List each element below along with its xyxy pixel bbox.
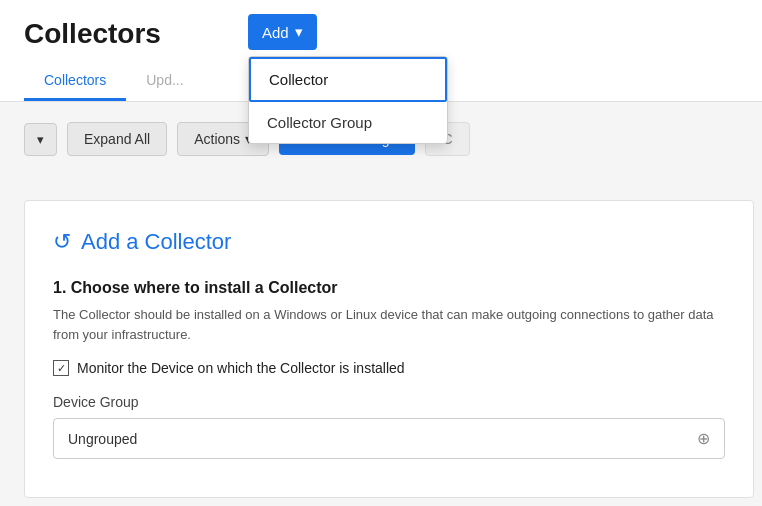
- collapse-button[interactable]: ▾: [24, 123, 57, 156]
- expand-all-button[interactable]: Expand All: [67, 122, 167, 156]
- add-button-chevron-icon: ▾: [295, 23, 303, 41]
- panel-title: Add a Collector: [81, 229, 231, 255]
- search-circle-icon: ⊕: [697, 429, 710, 448]
- device-group-input[interactable]: Ungrouped ⊕: [53, 418, 725, 459]
- section1-desc: The Collector should be installed on a W…: [53, 305, 725, 344]
- chevron-down-icon: ▾: [37, 132, 44, 147]
- tab-collectors[interactable]: Collectors: [24, 62, 126, 101]
- monitor-checkbox-label: Monitor the Device on which the Collecto…: [77, 360, 405, 376]
- device-group-label: Device Group: [53, 394, 725, 410]
- device-group-value: Ungrouped: [68, 431, 697, 447]
- monitor-checkbox[interactable]: ✓: [53, 360, 69, 376]
- section1-title: 1. Choose where to install a Collector: [53, 279, 725, 297]
- add-dropdown-menu: Collector Collector Group: [248, 56, 448, 144]
- tab-updates[interactable]: Upd...: [126, 62, 203, 101]
- add-collector-panel: ↺ Add a Collector 1. Choose where to ins…: [24, 200, 754, 498]
- add-button[interactable]: Add ▾: [248, 14, 317, 50]
- checkbox-check-icon: ✓: [57, 362, 66, 375]
- menu-item-collector[interactable]: Collector: [249, 57, 447, 102]
- add-dropdown: Add ▾ Collector Collector Group: [248, 14, 317, 50]
- menu-item-collector-group[interactable]: Collector Group: [249, 102, 447, 143]
- add-button-label: Add: [262, 24, 289, 41]
- page-title: Collectors: [24, 18, 738, 50]
- refresh-icon: ↺: [53, 229, 71, 255]
- actions-label: Actions: [194, 131, 240, 147]
